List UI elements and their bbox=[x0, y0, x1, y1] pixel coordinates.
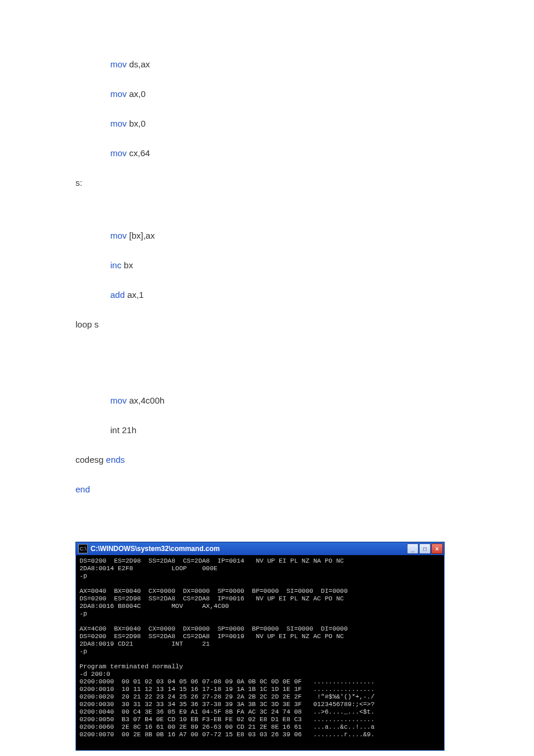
cmd-icon: C:\ bbox=[78, 544, 88, 553]
asm-line: end bbox=[75, 483, 511, 495]
label: s: bbox=[75, 178, 82, 188]
operands: ax,1 bbox=[125, 290, 144, 300]
label-line: s: bbox=[75, 177, 511, 189]
loop-stmt: loop s bbox=[75, 319, 99, 329]
keyword: inc bbox=[110, 260, 121, 270]
keyword: mov bbox=[110, 231, 127, 240]
console-window: C:\ C:\WINDOWS\system32\command.com _ □ … bbox=[75, 542, 445, 751]
operands: ds,ax bbox=[127, 59, 150, 69]
asm-line: loop s bbox=[75, 318, 511, 330]
keyword: mov bbox=[110, 89, 127, 99]
close-button[interactable]: × bbox=[431, 543, 443, 554]
asm-line: mov bx,0 bbox=[110, 117, 511, 129]
keyword: mov bbox=[110, 59, 127, 69]
asm-line: mov ax,0 bbox=[110, 88, 511, 100]
asm-line: inc bx bbox=[110, 259, 511, 271]
operands: [bx],ax bbox=[127, 231, 154, 240]
operands: ax,0 bbox=[127, 89, 146, 99]
minimize-icon: _ bbox=[411, 546, 414, 552]
operands: cx,64 bbox=[127, 148, 150, 158]
keyword: mov bbox=[110, 118, 127, 128]
minimize-button[interactable]: _ bbox=[407, 543, 418, 554]
titlebar: C:\ C:\WINDOWS\system32\command.com _ □ … bbox=[75, 542, 445, 555]
asm-line: mov [bx],ax bbox=[110, 229, 511, 242]
asm-line: mov ds,ax bbox=[110, 58, 511, 70]
asm-line: codesg ends bbox=[75, 453, 511, 466]
operands: bx,0 bbox=[127, 118, 146, 128]
maximize-button[interactable]: □ bbox=[419, 543, 431, 554]
asm-line: mov cx,64 bbox=[110, 147, 511, 159]
keyword: add bbox=[110, 290, 125, 300]
int-stmt: int 21h bbox=[110, 425, 136, 435]
keyword: mov bbox=[110, 395, 127, 405]
cmd-icon-text: C:\ bbox=[80, 546, 86, 552]
window-title: C:\WINDOWS\system32\command.com bbox=[91, 545, 407, 553]
asm-line: mov ax,4c00h bbox=[110, 394, 511, 406]
asm-line: add ax,1 bbox=[110, 289, 511, 301]
console-output: DS=0200 ES=2D98 SS=2DA8 CS=2DA8 IP=0014 … bbox=[75, 555, 445, 751]
window-buttons: _ □ × bbox=[407, 543, 443, 554]
keyword: mov bbox=[110, 148, 127, 158]
document-page: mov ds,ax mov ax,0 mov bx,0 mov cx,64 s:… bbox=[0, 0, 534, 756]
operands: ax,4c00h bbox=[127, 395, 164, 405]
keyword: end bbox=[75, 484, 90, 494]
segment-name: codesg bbox=[75, 455, 106, 465]
maximize-icon: □ bbox=[423, 546, 427, 552]
close-icon: × bbox=[435, 546, 439, 552]
spacer bbox=[75, 371, 511, 394]
operands: bx bbox=[121, 260, 133, 270]
asm-line: int 21h bbox=[110, 424, 511, 436]
keyword: ends bbox=[106, 455, 125, 465]
